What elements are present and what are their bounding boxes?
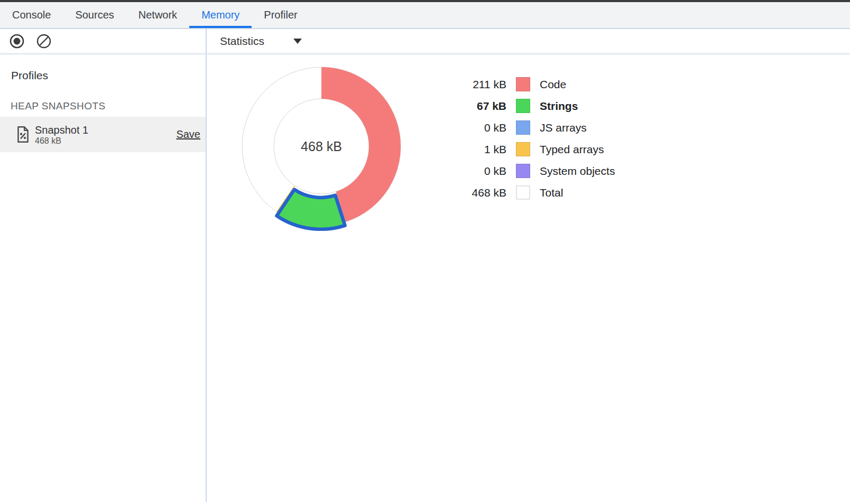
clear-icon [36,33,52,49]
tab-memory[interactable]: Memory [189,2,252,28]
legend-swatch [516,77,530,91]
legend-row-strings[interactable]: 67 kB Strings [454,95,615,117]
legend-value: 211 kB [454,78,506,91]
legend-label: Code [540,78,615,91]
legend-label: Strings [540,100,615,113]
legend-value: 468 kB [454,186,506,199]
donut-center-value: 468 kB [301,139,342,154]
legend-label: System objects [540,165,615,178]
toolbar: Statistics [0,29,850,54]
record-icon [9,33,25,49]
toolbar-right: Statistics [206,29,850,53]
save-link[interactable]: Save [176,128,200,141]
snapshot-title: Snapshot 1 [35,124,88,136]
tab-label: Memory [201,9,239,21]
legend-row-typed-arrays[interactable]: 1 kB Typed arrays [454,138,615,160]
memory-donut-chart: 468 kB [237,62,406,231]
clear-profiles-button[interactable] [36,33,52,49]
legend-swatch [516,99,530,113]
legend-label: JS arrays [540,122,615,134]
legend-row-code[interactable]: 211 kB Code [454,73,615,95]
toolbar-left [0,29,206,53]
snapshot-size: 468 kB [35,136,88,146]
heap-snapshot-file-icon [16,125,30,144]
legend-swatch [516,120,530,135]
legend-value: 0 kB [454,122,506,134]
record-heap-snapshot-button[interactable] [9,33,25,49]
tab-label: Sources [75,9,114,21]
legend-label: Typed arrays [540,143,615,156]
tab-label: Network [138,9,177,21]
legend-row-js-arrays[interactable]: 0 kB JS arrays [454,117,615,138]
legend-row-system-objects[interactable]: 0 kB System objects [454,160,615,182]
legend-label: Total [540,186,615,199]
legend-swatch [516,185,530,200]
snapshot-item[interactable]: Snapshot 1 468 kB Save [0,117,206,152]
view-mode-select[interactable]: Statistics [220,35,302,48]
tab-label: Console [12,9,51,21]
tab-network[interactable]: Network [126,2,189,28]
legend-value: 0 kB [454,165,506,178]
legend-value: 67 kB [454,100,506,113]
legend-swatch [516,142,530,156]
dropdown-caret-icon [293,39,302,44]
legend-row-total[interactable]: 468 kB Total [454,182,615,203]
workspace: Profiles HEAP SNAPSHOTS Snapshot 1 468 k… [0,54,850,504]
profiles-sidebar: Profiles HEAP SNAPSHOTS Snapshot 1 468 k… [0,54,206,504]
profiles-heading: Profiles [11,69,48,82]
devtools-tabbar: Console Sources Network Memory Profiler [0,2,850,29]
chart-legend: 211 kB Code 67 kB Strings 0 kB JS arrays… [454,73,615,203]
legend-swatch [516,164,530,178]
legend-value: 1 kB [454,143,506,156]
view-mode-value: Statistics [220,35,264,48]
statistics-panel: 468 kB 211 kB Code 67 kB Strings 0 kB JS… [207,54,850,504]
tab-sources[interactable]: Sources [63,2,126,28]
snapshot-text: Snapshot 1 468 kB [35,124,88,146]
tab-console[interactable]: Console [0,2,63,28]
tab-profiler[interactable]: Profiler [252,2,309,28]
heap-snapshots-heading: HEAP SNAPSHOTS [11,100,105,112]
tab-label: Profiler [264,9,297,21]
donut-slice-strings[interactable] [276,190,345,229]
